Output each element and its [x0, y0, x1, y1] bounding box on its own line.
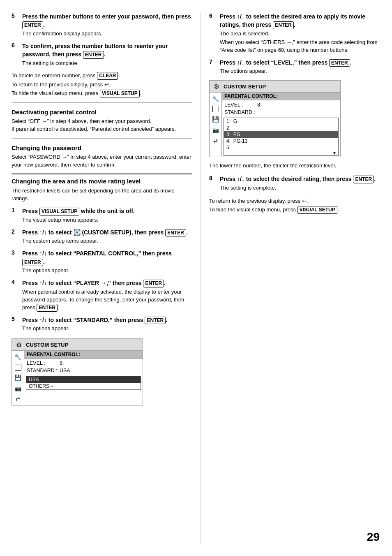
icon-disk-2: 💾 [211, 115, 220, 124]
clear-kbd: CLEAR [97, 72, 118, 80]
note-line-3: To hide the visual setup menu, press VIS… [12, 89, 192, 97]
step5-bold: Press ↑/↓ to select “STANDARD,” then pre… [22, 316, 192, 324]
section-desc: The restriction levels can be set depend… [12, 187, 192, 203]
left-step-4: 4 Press ↑/↓ to select “PLAYER →,” then p… [12, 279, 192, 312]
setup-box-2-body: 🔧 💾 📷 ⇄ PARENTAL CONTROL: LEVEL : 8: [210, 93, 340, 157]
left-step-content-2: Press ↑/↓ to select 💽 (CUSTOM SETUP), th… [22, 228, 192, 246]
note-line-1: To delete an entered number, press CLEAR… [12, 72, 192, 80]
setup-row-level: LEVEL : 8: [24, 359, 143, 367]
icon-arrows: ⇄ [14, 394, 23, 403]
step7-bold: Press ↑/↓ to select “LEVEL,” then press … [220, 58, 380, 67]
step4-sub: When parental control is already activat… [22, 288, 192, 312]
dropdown-row-2: 2: [224, 125, 338, 131]
setup-row-standard: STANDARD : USA [24, 367, 143, 374]
section-title: Changing the area and its movie rating l… [12, 178, 192, 185]
step1-bold: Press VISUAL SETUP while the unit is off… [22, 207, 192, 215]
changing-pwd-section: Changing the password Select “PASSWORD →… [12, 144, 192, 169]
dropdown-row-others: OTHERS→ [26, 383, 141, 389]
dropdown-row-1g: 1: G [224, 118, 338, 125]
icon-camera-2: 📷 [211, 125, 220, 134]
standard-label-2: STANDARD : [224, 109, 257, 115]
step-content-5-top: Press the number buttons to enter your p… [22, 12, 192, 39]
left-step-5: 5 Press ↑/↓ to select “STANDARD,” then p… [12, 316, 192, 334]
left-step-content-4: Press ↑/↓ to select “PLAYER →,” then pre… [22, 279, 192, 312]
enter-kbd-8: ENTER [353, 176, 374, 183]
enter-kbd-4: ENTER [143, 280, 164, 287]
step-5-top: 5 Press the number buttons to enter your… [12, 12, 192, 39]
divider-1 [12, 102, 192, 103]
icon-camera: 📷 [14, 384, 23, 393]
step6-sub2: When you select “OTHERS →,” enter the ar… [220, 39, 380, 54]
right-note-2: To hide the visual setup menu, press VIS… [209, 206, 380, 214]
icon-square-2 [212, 106, 219, 112]
enter-kbd-4b: ENTER [37, 304, 58, 312]
top-notes: To delete an entered number, press CLEAR… [12, 72, 192, 97]
right-step-7: 7 Press ↑/↓ to select “LEVEL,” then pres… [209, 58, 380, 76]
dropdown-row-5: 5: [224, 144, 338, 151]
divider-3 [12, 174, 192, 174]
dropdown-row-usa: USA [26, 376, 141, 383]
visual-setup-kbd-2: VISUAL SETUP [39, 208, 79, 215]
dropdown-scroll-arrow: ▼ [224, 151, 338, 155]
right-step-num-7: 7 [209, 58, 217, 65]
deactivating-text-2: If parental control is deactivated, “Par… [12, 125, 192, 133]
right-step-num-6: 6 [209, 12, 217, 19]
left-step-2: 2 Press ↑/↓ to select 💽 (CUSTOM SETUP), … [12, 228, 192, 246]
setup-box-2-main: PARENTAL CONTROL: LEVEL : 8: STANDARD : … [222, 93, 340, 157]
left-step-num-1: 1 [12, 207, 20, 213]
dropdown-row-4pg13: 4: PG-13 [224, 138, 338, 144]
enter-kbd-6r: ENTER [273, 21, 294, 29]
right-column: 6 Press ↑/↓ to select the desired area t… [201, 12, 380, 544]
deactivating-title: Deactivating parental control [12, 109, 192, 116]
setup-box-2-rows: LEVEL : 8: STANDARD : [222, 100, 340, 117]
step8-bold: Press ↑/↓ to select the desired rating, … [220, 175, 380, 183]
setup-box-2-section: PARENTAL CONTROL: [222, 93, 340, 100]
step3-sub: The options appear. [22, 267, 192, 275]
step-num-6-top: 6 [12, 42, 20, 49]
setup-box-1-dropdown: USA OTHERS→ [26, 376, 141, 390]
left-column: 5 Press the number buttons to enter your… [12, 12, 201, 544]
standard-value: USA [60, 368, 140, 373]
step-6-top-sub: The setting is complete. [22, 60, 192, 67]
enter-kbd-3: ENTER [22, 259, 43, 266]
lower-desc: The lower the number, the stricter the r… [209, 162, 380, 170]
visual-setup-kbd-1: VISUAL SETUP [100, 90, 140, 97]
right-step-num-8: 8 [209, 175, 217, 181]
setup-wrench-icon-1: ⚙ [14, 340, 23, 349]
setup-box-2-header: ⚙ CUSTOM SETUP [210, 81, 340, 93]
enter-kbd-5top: ENTER [22, 21, 43, 29]
step8-sub: The setting is complete. [220, 184, 380, 192]
left-step-1: 1 Press VISUAL SETUP while the unit is o… [12, 207, 192, 225]
enter-kbd-2: ENTER [165, 229, 186, 237]
setup-box-1: ⚙ CUSTOM SETUP 🔧 💾 📷 ⇄ PARENTAL CONTROL:… [12, 338, 143, 405]
standard-label: STANDARD : [27, 368, 60, 373]
enter-kbd-7: ENTER [329, 59, 350, 67]
level-value: 8: [60, 360, 140, 366]
left-step-num-5: 5 [12, 316, 20, 322]
setup-wrench-icon-2: ⚙ [212, 82, 221, 91]
step-6-top: 6 To confirm, press the number buttons t… [12, 42, 192, 68]
level-label-2: LEVEL : [224, 102, 257, 108]
step-num-5-top: 5 [12, 12, 20, 19]
icon-wrench: 🔧 [14, 352, 23, 361]
divider-2 [12, 138, 192, 139]
note-line-2: To return to the previous display, press… [12, 81, 192, 89]
changing-pwd-text: Select “PASSWORD →” in step 4 above, ent… [12, 153, 192, 169]
page-number: 29 [367, 531, 380, 544]
setup-box-2: ⚙ CUSTOM SETUP 🔧 💾 📷 ⇄ PARENTAL CONTROL:… [209, 80, 341, 157]
right-step-6: 6 Press ↑/↓ to select the desired area t… [209, 12, 380, 55]
right-step-content-6: Press ↑/↓ to select the desired area to … [220, 12, 380, 55]
changing-pwd-title: Changing the password [12, 144, 192, 151]
setup-box-1-header: ⚙ CUSTOM SETUP [12, 339, 143, 351]
setup-box-1-title: CUSTOM SETUP [26, 342, 68, 348]
step1-sub: The visual setup menu appears. [22, 216, 192, 224]
step7-sub: The options appear. [220, 67, 380, 75]
step4-bold: Press ↑/↓ to select “PLAYER →,” then pre… [22, 279, 192, 287]
step-6-top-bold: To confirm, press the number buttons to … [22, 42, 192, 59]
level-label: LEVEL : [27, 360, 60, 366]
icon-arrows-2: ⇄ [211, 136, 220, 145]
setup-box-1-icons: 🔧 💾 📷 ⇄ [12, 351, 24, 405]
step6-bold: Press ↑/↓ to select the desired area to … [220, 12, 380, 29]
left-step-num-4: 4 [12, 279, 20, 285]
right-step-content-7: Press ↑/↓ to select “LEVEL,” then press … [220, 58, 380, 76]
